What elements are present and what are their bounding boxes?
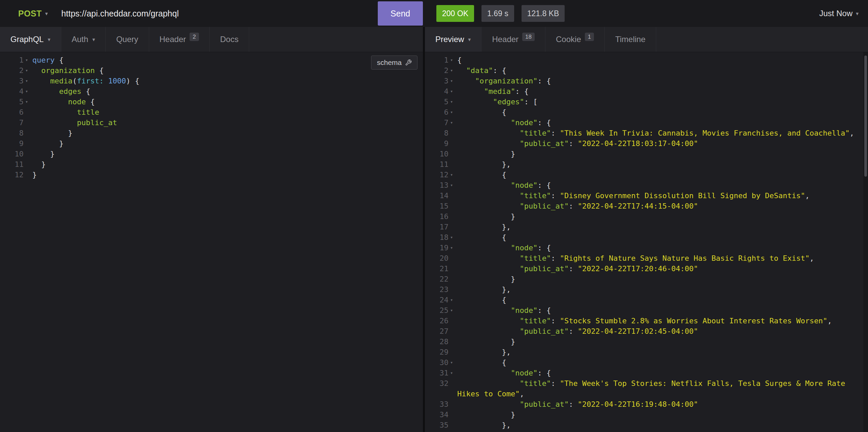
code-text: "public_at": "2022-04-22T18:03:17-04:00": [457, 138, 868, 149]
code-line: 31▾ "node": {: [425, 368, 868, 378]
fold-caret-icon[interactable]: ▾: [24, 97, 32, 107]
line-number: 15: [440, 201, 449, 211]
fold-caret-icon[interactable]: ▾: [448, 118, 457, 128]
fold-caret-icon[interactable]: ▾: [24, 55, 32, 65]
scrollbar-thumb[interactable]: [864, 56, 867, 177]
fold-spacer: [448, 149, 457, 159]
tab-request-header[interactable]: Header 2: [149, 27, 210, 52]
url-input[interactable]: https://api.cheddar.com/graphql: [61, 9, 378, 19]
code-line: 26 "title": "Stocks Stumble 2.8% as Worr…: [425, 315, 868, 326]
tab-timeline[interactable]: Timeline: [605, 27, 656, 52]
line-number: 2: [444, 65, 448, 76]
chevron-down-icon: ▾: [856, 10, 859, 17]
code-text: "edges": [: [457, 97, 868, 107]
code-line: 13▾ "node": {: [425, 180, 868, 191]
fold-caret-icon[interactable]: ▾: [448, 55, 457, 65]
method-dropdown[interactable]: POST ▾: [18, 9, 48, 19]
code-text: },: [457, 347, 868, 357]
fold-caret-icon[interactable]: ▾: [448, 242, 457, 253]
tab-label: Cookie: [556, 35, 581, 44]
line-gutter: 2▾: [0, 65, 32, 76]
wrench-icon: [405, 59, 412, 66]
line-number: 16: [440, 211, 449, 222]
line-gutter: 36▾: [425, 430, 457, 432]
line-gutter: 9: [425, 138, 457, 149]
code-line: 9 }: [0, 138, 423, 149]
code-text: "public_at": "2022-04-22T17:44:15-04:00": [457, 201, 868, 211]
tab-cookie[interactable]: Cookie 1: [546, 27, 605, 52]
line-gutter: 18▾: [425, 232, 457, 242]
code-text: "node": {: [457, 242, 868, 253]
code-text: "node": {: [457, 180, 868, 191]
fold-spacer: [448, 326, 457, 336]
line-number: 1: [444, 55, 448, 65]
fold-caret-icon[interactable]: ▾: [24, 86, 32, 97]
fold-caret-icon[interactable]: ▾: [448, 295, 457, 305]
scrollbar[interactable]: [863, 52, 868, 432]
code-text: "media": {: [457, 86, 868, 97]
fold-caret-icon[interactable]: ▾: [448, 170, 457, 180]
line-gutter: 28: [425, 336, 457, 347]
line-gutter: 7▾: [425, 118, 457, 128]
response-meta: 200 OK 1.69 s 121.8 KB Just Now ▾: [423, 0, 868, 27]
tab-docs[interactable]: Docs: [210, 27, 249, 52]
line-number: 26: [440, 315, 449, 326]
size-badge: 121.8 KB: [522, 5, 565, 22]
fold-spacer: [448, 378, 457, 389]
code-line: 32 "title": "The Week's Top Stories: Net…: [425, 378, 868, 399]
code-text: "title": "Disney Government Dissolution …: [457, 191, 868, 201]
fold-spacer: [448, 159, 457, 170]
tab-query[interactable]: Query: [106, 27, 149, 52]
line-number: 17: [440, 222, 449, 232]
response-viewer[interactable]: 1▾{2▾ "data": {3▾ "organization": {4▾ "m…: [425, 52, 868, 432]
line-gutter: 25▾: [425, 305, 457, 315]
tab-label: GraphQL: [10, 35, 44, 44]
cookie-count-badge: 1: [585, 33, 594, 41]
history-dropdown[interactable]: Just Now ▾: [819, 9, 859, 18]
fold-caret-icon[interactable]: ▾: [24, 76, 32, 86]
tab-auth[interactable]: Auth ▾: [61, 27, 106, 52]
fold-caret-icon[interactable]: ▾: [448, 97, 457, 107]
fold-caret-icon[interactable]: ▾: [448, 357, 457, 368]
code-line: 18▾ {: [425, 232, 868, 242]
fold-spacer: [448, 222, 457, 232]
graphql-editor[interactable]: 1▾query {2▾ organization {3▾ media(first…: [0, 52, 423, 432]
line-number: 4: [19, 86, 24, 97]
fold-caret-icon[interactable]: ▾: [448, 107, 457, 118]
fold-caret-icon[interactable]: ▾: [448, 368, 457, 378]
code-line: 10 }: [425, 149, 868, 159]
line-number: 5: [19, 97, 24, 107]
code-text: {: [457, 430, 868, 432]
send-button[interactable]: Send: [378, 1, 423, 26]
fold-caret-icon[interactable]: ▾: [448, 305, 457, 315]
line-number: 19: [440, 242, 449, 253]
line-gutter: 3▾: [0, 76, 32, 86]
response-tabbar: Preview ▾ Header 18 Cookie 1 Timeline: [425, 27, 868, 52]
code-line: 2▾ organization {: [0, 65, 423, 76]
fold-caret-icon[interactable]: ▾: [448, 232, 457, 242]
tab-graphql[interactable]: GraphQL ▾: [0, 27, 61, 52]
fold-caret-icon[interactable]: ▾: [448, 430, 457, 432]
schema-button[interactable]: schema: [371, 56, 417, 70]
fold-caret-icon[interactable]: ▾: [448, 180, 457, 191]
fold-caret-icon[interactable]: ▾: [448, 65, 457, 76]
fold-caret-icon[interactable]: ▾: [24, 65, 32, 76]
line-number: 21: [440, 263, 449, 274]
code-text: }: [32, 138, 423, 149]
fold-spacer: [448, 284, 457, 295]
fold-spacer: [24, 138, 32, 149]
tab-preview[interactable]: Preview ▾: [425, 27, 482, 52]
line-number: 28: [440, 336, 449, 347]
code-line: 3▾ "organization": {: [425, 76, 868, 86]
fold-caret-icon[interactable]: ▾: [448, 86, 457, 97]
code-text: }: [457, 336, 868, 347]
request-tabbar: GraphQL ▾ Auth ▾ Query Header 2 Docs: [0, 27, 423, 52]
line-gutter: 20: [425, 253, 457, 263]
code-text: "public_at": "2022-04-22T16:19:48-04:00": [457, 399, 868, 409]
code-line: 11 },: [425, 159, 868, 170]
fold-spacer: [448, 274, 457, 284]
fold-caret-icon[interactable]: ▾: [448, 76, 457, 86]
line-number: 34: [440, 409, 449, 420]
tab-response-header[interactable]: Header 18: [482, 27, 546, 52]
tab-label: Preview: [435, 35, 464, 44]
